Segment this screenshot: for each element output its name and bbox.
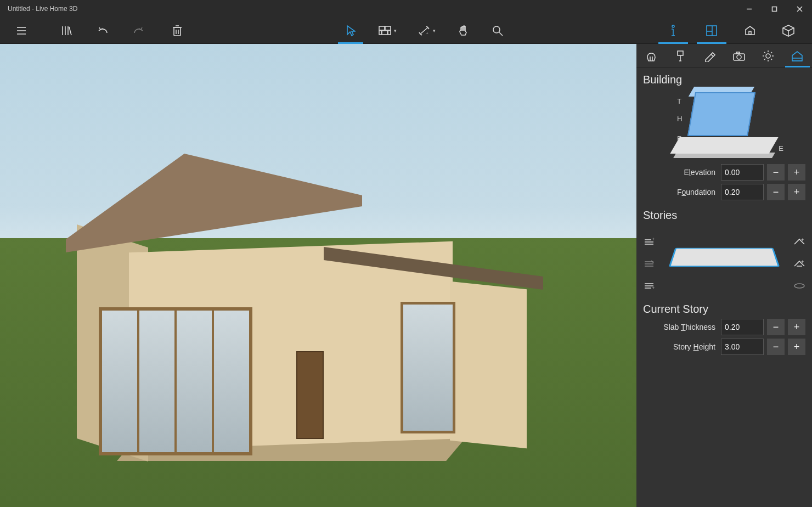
- foundation-decrease-button[interactable]: −: [767, 184, 785, 200]
- inspector-panel: Building T H F E Elevation: [636, 44, 812, 507]
- window-title: Untitled - Live Home 3D: [8, 5, 77, 13]
- view-2d-button[interactable]: [692, 18, 731, 44]
- stories-right-controls: + +: [793, 236, 805, 292]
- slab-thickness-row: Slab Thickness − +: [643, 319, 805, 335]
- stories-section: Stories: [636, 207, 812, 228]
- view-info-button[interactable]: [654, 18, 692, 44]
- window-controls: [736, 0, 812, 18]
- undo-button[interactable]: [87, 18, 121, 44]
- svg-line-24: [499, 32, 503, 36]
- story-height-input[interactable]: [721, 339, 764, 355]
- chevron-down-icon: ▾: [433, 28, 436, 33]
- svg-text:+: +: [801, 238, 804, 243]
- foundation-increase-button[interactable]: +: [788, 184, 805, 200]
- remove-story-button[interactable]: [643, 258, 655, 270]
- library-button[interactable]: [49, 18, 83, 44]
- svg-line-48: [764, 59, 765, 60]
- svg-rect-1: [772, 7, 776, 11]
- tab-building[interactable]: [783, 44, 812, 67]
- minimize-button[interactable]: [736, 0, 762, 18]
- zoom-tool-button[interactable]: [481, 18, 515, 44]
- story-height-row: Story Height − +: [643, 339, 805, 355]
- svg-text:+: +: [652, 285, 655, 290]
- svg-point-39: [737, 55, 741, 59]
- svg-text:+: +: [801, 260, 804, 264]
- slab-thickness-decrease-button[interactable]: −: [767, 319, 785, 335]
- slab-thickness-label: Slab Thickness: [643, 323, 718, 331]
- elevation-row: Elevation − +: [643, 164, 805, 181]
- dimension-tool-dropdown[interactable]: + ▾: [407, 18, 447, 44]
- add-roof-button[interactable]: +: [793, 236, 805, 248]
- tab-lighting[interactable]: [753, 44, 782, 67]
- svg-rect-20: [388, 31, 391, 35]
- current-story-heading: Current Story: [643, 303, 805, 316]
- svg-rect-19: [379, 31, 381, 35]
- wall-tool-dropdown[interactable]: ▾: [368, 18, 407, 44]
- foundation-input[interactable]: [721, 184, 764, 200]
- elevation-input[interactable]: [721, 164, 764, 181]
- tab-materials[interactable]: [636, 44, 666, 67]
- view-mode-group: [654, 18, 808, 44]
- svg-line-46: [764, 52, 765, 53]
- redo-button[interactable]: [121, 18, 155, 44]
- elevation-label: Elevation: [643, 168, 718, 177]
- main-toolbar: ▾ + ▾: [0, 18, 812, 44]
- story-height-increase-button[interactable]: +: [788, 339, 805, 355]
- current-story-section: Current Story Slab Thickness − + Story H…: [636, 297, 812, 362]
- svg-rect-32: [749, 31, 751, 35]
- svg-rect-16: [379, 26, 385, 30]
- view-3d-button[interactable]: [769, 18, 808, 44]
- elevation-increase-button[interactable]: +: [788, 164, 805, 181]
- svg-line-10: [69, 27, 71, 35]
- add-loft-button[interactable]: +: [793, 258, 805, 270]
- svg-point-41: [766, 54, 770, 58]
- stories-heading: Stories: [643, 209, 805, 222]
- main-area: Building T H F E Elevation: [0, 44, 812, 507]
- add-basement-button[interactable]: [793, 280, 805, 292]
- building-diagram: T H F E: [643, 89, 805, 161]
- pan-tool-button[interactable]: [447, 18, 481, 44]
- slab-thickness-input[interactable]: [721, 319, 764, 335]
- slab-thickness-increase-button[interactable]: +: [788, 319, 805, 335]
- story-preview[interactable]: [663, 236, 786, 278]
- inspector-tabs: [636, 44, 812, 68]
- elevation-decrease-button[interactable]: −: [767, 164, 785, 181]
- story-height-decrease-button[interactable]: −: [767, 339, 785, 355]
- stories-area: + + + +: [636, 228, 812, 297]
- svg-rect-18: [382, 31, 387, 35]
- chevron-down-icon: ▾: [394, 28, 397, 33]
- 3d-viewport[interactable]: [0, 44, 636, 507]
- svg-text:+: +: [426, 31, 428, 36]
- add-story-below-button[interactable]: +: [643, 280, 655, 292]
- close-button[interactable]: [787, 0, 812, 18]
- building-section: Building T H F E Elevation: [636, 68, 812, 207]
- foundation-label: Foundation: [643, 188, 718, 196]
- titlebar: Untitled - Live Home 3D: [0, 0, 812, 18]
- svg-rect-35: [678, 51, 683, 55]
- tab-paint[interactable]: [666, 44, 695, 67]
- svg-line-47: [771, 59, 772, 60]
- svg-rect-17: [385, 26, 391, 30]
- svg-line-49: [771, 52, 772, 53]
- tab-camera[interactable]: [724, 44, 753, 67]
- maximize-button[interactable]: [762, 0, 787, 18]
- svg-text:+: +: [652, 238, 655, 242]
- story-height-label: Story Height: [643, 342, 718, 351]
- add-story-above-button[interactable]: +: [643, 236, 655, 248]
- svg-rect-40: [736, 52, 740, 54]
- hamburger-menu-button[interactable]: [4, 18, 38, 44]
- tab-object[interactable]: [695, 44, 724, 67]
- stories-left-controls: + +: [643, 236, 655, 292]
- delete-button[interactable]: [160, 18, 194, 44]
- app-root: Untitled - Live Home 3D: [0, 0, 812, 507]
- svg-rect-11: [174, 27, 181, 36]
- building-heading: Building: [643, 74, 805, 86]
- house-model: [66, 143, 527, 455]
- view-elevation-button[interactable]: [731, 18, 769, 44]
- svg-point-25: [672, 25, 674, 27]
- svg-rect-29: [707, 26, 717, 36]
- svg-point-23: [493, 26, 500, 33]
- foundation-row: Foundation − +: [643, 184, 805, 200]
- select-tool-button[interactable]: [334, 18, 368, 44]
- svg-point-67: [794, 284, 804, 288]
